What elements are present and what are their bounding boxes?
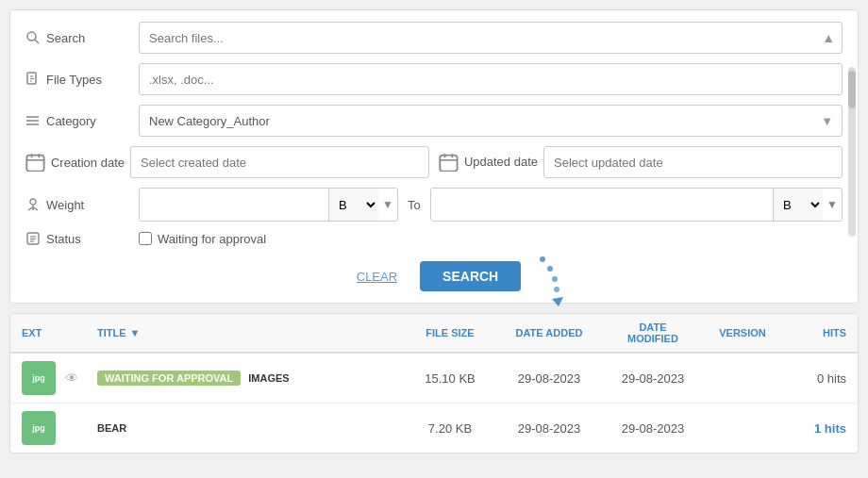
date-row: Creation date Updated date xyxy=(25,146,843,178)
svg-rect-12 xyxy=(26,155,43,171)
search-row: Search ▲ xyxy=(25,22,843,54)
row-ext-1: jpg 👁 xyxy=(22,361,97,395)
filetype-input[interactable] xyxy=(139,63,843,95)
row-ext-2: jpg xyxy=(22,411,97,445)
calendar-updated-icon xyxy=(439,153,459,173)
svg-marker-30 xyxy=(552,297,563,306)
waiting-badge-1: Waiting for approval xyxy=(97,371,241,386)
updated-date-input[interactable] xyxy=(543,146,843,178)
col-version-header: VERSION xyxy=(705,327,780,338)
search-panel: Search ▲ File Types xyxy=(9,9,859,304)
weight-to-wrap: B KB MB ▼ xyxy=(430,188,843,222)
svg-point-29 xyxy=(554,287,559,292)
to-label: To xyxy=(398,198,430,212)
weight-to-unit-dropdown-icon: ▼ xyxy=(823,198,842,211)
category-label: Category xyxy=(25,113,139,128)
weight-label: Weight xyxy=(25,197,139,212)
weight-row: Weight B KB MB ▼ To B KB MB ▼ xyxy=(25,188,843,222)
row-title-col-2: bear xyxy=(97,422,403,434)
svg-rect-16 xyxy=(440,155,457,171)
weight-to-input[interactable] xyxy=(431,189,773,221)
category-select-wrap: New Category_Author ▼ xyxy=(139,105,843,137)
row-hits-2: 1 hits xyxy=(780,421,846,436)
search-label: Search xyxy=(25,30,139,45)
svg-point-27 xyxy=(547,266,553,272)
table-row: jpg 👁 Waiting for approval images 15.10 … xyxy=(10,354,858,404)
table-header: EXT TITLE ▼ FILE SIZE DATE ADDED DATEMOD… xyxy=(10,314,858,354)
row-badge-1: Waiting for approval images xyxy=(97,371,403,386)
waiting-approval-checkbox[interactable] xyxy=(139,232,152,245)
col-hits-header: HITS xyxy=(780,327,846,338)
scroll-bar[interactable] xyxy=(848,67,856,237)
search-button[interactable]: SEARCH xyxy=(420,261,521,291)
col-ext-header: EXT xyxy=(22,327,97,338)
svg-point-20 xyxy=(30,199,36,205)
creation-date-group: Creation date xyxy=(25,146,429,178)
updated-date-group: Updated date xyxy=(439,146,843,178)
svg-point-28 xyxy=(552,276,558,282)
row-datemod-2: 29-08-2023 xyxy=(601,421,705,436)
weight-from-unit-select[interactable]: B KB MB xyxy=(328,189,378,221)
weight-to-unit-select[interactable]: B KB MB xyxy=(773,189,823,221)
row-dateadded-2: 29-08-2023 xyxy=(497,421,601,436)
results-table: EXT TITLE ▼ FILE SIZE DATE ADDED DATEMOD… xyxy=(9,313,859,453)
updated-date-label: Updated date xyxy=(439,153,538,173)
calendar-icon xyxy=(25,153,45,173)
weight-from-input[interactable] xyxy=(140,189,328,221)
creation-date-input[interactable] xyxy=(130,146,429,178)
search-input[interactable] xyxy=(139,22,843,54)
file-icon-1: jpg xyxy=(22,361,56,395)
file-icon xyxy=(25,72,41,87)
sort-icon[interactable]: ▼ xyxy=(130,327,141,338)
weight-input-wrap: B KB MB ▼ xyxy=(139,188,398,222)
category-icon xyxy=(25,113,41,128)
status-row: Status Waiting for approval xyxy=(25,231,843,246)
weight-unit-dropdown-icon: ▼ xyxy=(378,198,397,211)
hide-icon-1[interactable]: 👁 xyxy=(65,371,78,386)
search-input-wrap: ▲ xyxy=(139,22,843,54)
table-row: jpg bear 7.20 KB 29-08-2023 29-08-2023 1… xyxy=(10,404,858,453)
weight-icon xyxy=(25,197,41,212)
action-row: CLEAR SEARCH xyxy=(25,261,843,291)
svg-point-9 xyxy=(26,116,28,118)
scroll-thumb[interactable] xyxy=(848,71,856,108)
row-dateadded-1: 29-08-2023 xyxy=(497,371,601,386)
row-datemod-1: 29-08-2023 xyxy=(601,371,705,386)
row-hits-1: 0 hits xyxy=(780,371,846,386)
svg-point-10 xyxy=(26,120,28,122)
category-row: Category New Category_Author ▼ xyxy=(25,105,843,137)
row-filesize-2: 7.20 KB xyxy=(403,421,497,436)
row-title-1[interactable]: images xyxy=(248,372,289,384)
row-title-2[interactable]: bear xyxy=(97,422,126,434)
col-datemod-header: DATEMODIFIED xyxy=(601,321,705,344)
col-title-header: TITLE ▼ xyxy=(97,327,403,338)
waiting-approval-label: Waiting for approval xyxy=(158,232,266,246)
status-icon xyxy=(25,231,41,246)
creation-date-label: Creation date xyxy=(25,153,125,173)
arrow-indicator xyxy=(526,252,592,313)
svg-point-26 xyxy=(540,256,545,262)
search-icon xyxy=(25,30,41,45)
status-label: Status xyxy=(25,231,139,246)
filetype-label: File Types xyxy=(25,72,139,87)
file-icon-2: jpg xyxy=(22,411,56,445)
svg-line-1 xyxy=(35,40,39,43)
col-filesize-header: FILE SIZE xyxy=(403,327,497,338)
clear-button[interactable]: CLEAR xyxy=(347,264,407,289)
row-filesize-1: 15.10 KB xyxy=(403,371,497,386)
filetype-row: File Types xyxy=(25,63,843,95)
col-dateadded-header: DATE ADDED xyxy=(497,327,601,338)
search-dropdown-icon[interactable]: ▲ xyxy=(822,30,835,45)
category-select[interactable]: New Category_Author xyxy=(139,105,843,137)
waiting-approval-checkbox-wrap: Waiting for approval xyxy=(139,232,266,246)
svg-point-0 xyxy=(27,32,36,41)
svg-point-11 xyxy=(26,124,28,125)
